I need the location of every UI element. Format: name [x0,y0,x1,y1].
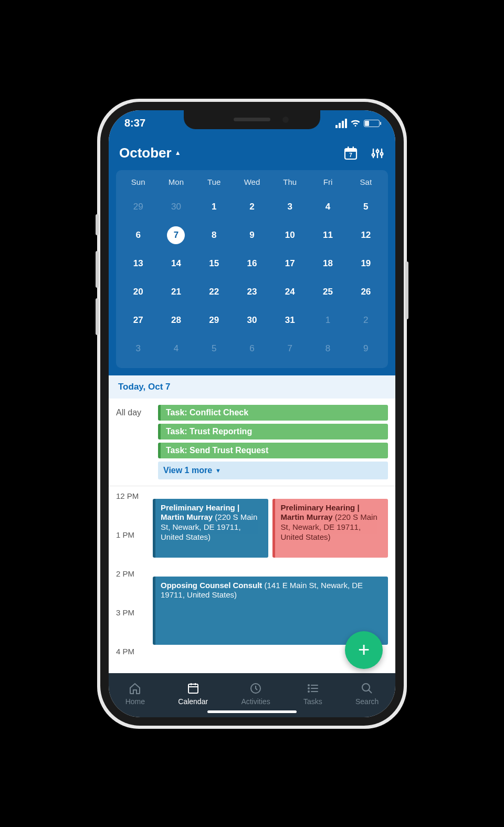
hour-label: 3 PM [116,608,153,647]
day-cell[interactable]: 19 [347,249,385,278]
event-preliminary-hearing-1[interactable]: Preliminary Hearing | Martin Murray (220… [153,499,268,558]
hour-label: 12 PM [116,491,153,530]
day-cell[interactable]: 14 [157,249,195,278]
day-cell[interactable]: 1 [195,193,233,221]
day-cell[interactable]: 4 [309,193,346,221]
day-cell[interactable]: 29 [195,306,233,334]
speaker-grille [234,118,270,121]
tab-calendar[interactable]: Calendar [178,682,208,706]
day-cell[interactable]: 6 [119,221,157,249]
day-cell[interactable]: 20 [119,278,157,306]
today-button[interactable]: 7 [343,145,359,161]
tab-tasks[interactable]: Tasks [303,682,322,706]
day-cell[interactable]: 21 [157,278,195,306]
day-cell[interactable]: 3 [119,334,157,363]
wifi-icon [350,119,361,128]
day-cell[interactable]: 28 [157,306,195,334]
day-cell[interactable]: 7 [271,334,309,363]
tab-label: Home [125,697,145,706]
task-chip[interactable]: Task: Conflict Check [158,405,388,421]
status-time: 8:37 [124,117,145,129]
day-cell[interactable]: 7 [157,221,195,249]
filter-button[interactable] [370,146,385,161]
day-cell[interactable]: 4 [157,334,195,363]
power-button [405,261,408,319]
week-row: 13141516171819 [119,249,385,278]
day-cell[interactable]: 27 [119,306,157,334]
svg-rect-11 [188,684,198,693]
day-cell[interactable]: 18 [309,249,346,278]
day-cell[interactable]: 9 [347,334,385,363]
day-cell[interactable]: 23 [233,278,271,306]
day-cell[interactable]: 13 [119,249,157,278]
day-cell[interactable]: 9 [233,221,271,249]
phone-device-frame: 8:37 October ▲ [97,99,407,729]
day-cell[interactable]: 5 [195,334,233,363]
time-gutter: 12 PM 1 PM 2 PM 3 PM 4 PM [116,491,153,673]
svg-rect-3 [353,146,354,150]
weekday: Sat [347,177,385,193]
tab-search[interactable]: Search [355,682,379,706]
chevron-up-icon: ▲ [175,149,181,156]
notch [184,110,320,129]
tab-label: Tasks [303,697,322,706]
day-cell[interactable]: 25 [309,278,346,306]
view-more-label: View 1 more [163,466,212,475]
day-cell[interactable]: 29 [119,193,157,221]
day-cell[interactable]: 30 [157,193,195,221]
hour-label: 2 PM [116,569,153,608]
day-cell[interactable]: 26 [347,278,385,306]
task-chip[interactable]: Task: Trust Reporting [158,424,388,439]
day-cell[interactable]: 3 [271,193,309,221]
day-cell[interactable]: 11 [309,221,346,249]
svg-point-9 [376,150,379,152]
svg-point-19 [308,685,309,686]
add-event-fab[interactable]: + [345,631,383,669]
task-chip[interactable]: Task: Send Trust Request [158,443,388,458]
tab-home[interactable]: Home [125,682,145,706]
weekday-row: Sun Mon Tue Wed Thu Fri Sat [119,177,385,193]
tab-label: Search [355,697,379,706]
all-day-section: All day Task: Conflict Check Task: Trust… [109,399,395,486]
svg-point-20 [308,688,309,689]
tab-label: Calendar [178,697,208,706]
day-cell[interactable]: 12 [347,221,385,249]
month-label: October [119,145,172,161]
day-cell[interactable]: 24 [271,278,309,306]
hour-label: 1 PM [116,530,153,569]
month-picker[interactable]: October ▲ [119,145,181,161]
day-cell[interactable]: 16 [233,249,271,278]
month-header: October ▲ 7 [109,137,395,170]
screen: 8:37 October ▲ [109,110,395,717]
tab-label: Activities [241,697,270,706]
day-cell[interactable]: 31 [271,306,309,334]
mute-switch [96,214,99,235]
day-cell[interactable]: 22 [195,278,233,306]
day-cell[interactable]: 15 [195,249,233,278]
day-cell[interactable]: 8 [309,334,346,363]
battery-icon [364,120,380,127]
svg-text:7: 7 [349,152,352,158]
cellular-signal-icon [335,119,347,128]
home-indicator[interactable] [207,710,297,713]
day-cell[interactable]: 8 [195,221,233,249]
day-cell[interactable]: 2 [347,306,385,334]
tab-activities[interactable]: Activities [241,682,270,706]
weekday: Fri [309,177,346,193]
day-cell[interactable]: 17 [271,249,309,278]
day-cell[interactable]: 2 [233,193,271,221]
schedule-area: Today, Oct 7 All day Task: Conflict Chec… [109,375,395,673]
day-cell[interactable]: 10 [271,221,309,249]
day-cell[interactable]: 6 [233,334,271,363]
weekday: Wed [233,177,271,193]
month-calendar: Sun Mon Tue Wed Thu Fri Sat 293012345678… [116,170,388,368]
plus-icon: + [358,638,370,661]
header-actions: 7 [343,145,385,161]
day-cell[interactable]: 30 [233,306,271,334]
weekday: Mon [157,177,195,193]
svg-point-21 [308,691,309,692]
event-preliminary-hearing-2[interactable]: Preliminary Hearing | Martin Murray (220… [272,499,388,558]
day-cell[interactable]: 1 [309,306,346,334]
day-cell[interactable]: 5 [347,193,385,221]
view-more-button[interactable]: View 1 more ▼ [158,462,388,479]
